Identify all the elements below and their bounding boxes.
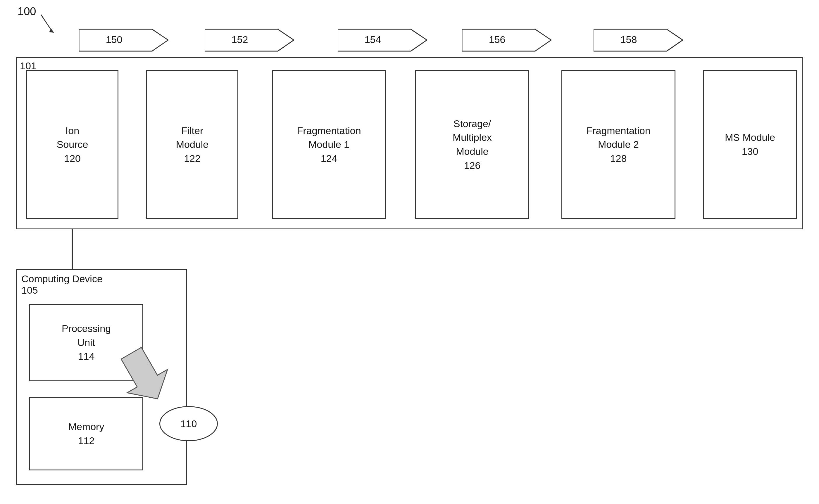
arrow-154-label: 154 [365,34,381,45]
arrow-158-shape: 158 [593,28,684,53]
module-frag-1: FragmentationModule 1124 [272,70,386,219]
svg-marker-7 [111,342,178,411]
reference-arrow-110 [111,342,187,415]
svg-marker-1 [49,29,54,33]
arrow-156-shape: 156 [462,28,553,53]
module-storage: Storage/MultiplexModule126 [415,70,529,219]
connector-line [72,229,73,270]
processing-unit-label: ProcessingUnit114 [62,322,111,363]
arrow-150-shape: 150 [79,28,169,53]
module-ion-source: IonSource120 [26,70,118,219]
module-frag-2-label: FragmentationModule 2128 [586,124,650,166]
module-ion-source-label: IonSource120 [57,124,88,166]
flow-arrow-158: 158 [593,28,684,54]
arrow-152-shape: 152 [205,28,295,53]
module-frag-2: FragmentationModule 2128 [561,70,676,219]
module-filter-label: FilterModule122 [176,124,209,166]
memory-label: Memory112 [68,420,104,448]
flow-arrow-156: 156 [462,28,553,54]
module-storage-label: Storage/MultiplexModule126 [453,117,492,172]
flow-arrow-150: 150 [79,28,169,54]
svg-marker-4 [338,29,427,51]
arrow-150-label: 150 [106,34,122,45]
svg-marker-2 [79,29,168,51]
system-box-101: 101 [16,57,803,229]
module-ms-label: MS Module130 [725,131,775,158]
ellipse-110-label: 110 [180,418,197,429]
flow-arrow-152: 152 [205,28,295,54]
arrow-152-label: 152 [232,34,248,45]
svg-marker-5 [462,29,551,51]
svg-marker-3 [205,29,294,51]
arrow-158-label: 158 [621,34,637,45]
diagram: 100 150 152 154 156 158 [0,0,819,504]
module-ms: MS Module130 [703,70,797,219]
computing-device-label: Computing Device105 [21,273,103,296]
arrow-156-label: 156 [489,34,505,45]
arrow-100-icon [23,9,58,38]
flow-arrow-154: 154 [338,28,428,54]
svg-marker-6 [593,29,683,51]
module-filter: FilterModule122 [146,70,238,219]
arrow-154-shape: 154 [338,28,428,53]
module-frag-1-label: FragmentationModule 1124 [297,124,361,166]
